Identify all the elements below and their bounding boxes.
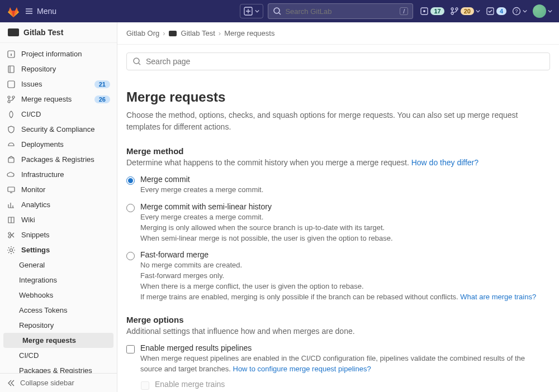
svg-point-3 bbox=[423, 10, 425, 12]
package-icon bbox=[7, 155, 16, 164]
sidebar-item-issues[interactable]: Issues21 bbox=[0, 77, 117, 92]
global-search-input[interactable] bbox=[285, 7, 400, 16]
radio-help: No merge commits are created. Fast-forwa… bbox=[140, 260, 550, 302]
sidebar-item-merge-requests[interactable]: Merge requests26 bbox=[0, 92, 117, 107]
sidebar-item-analytics[interactable]: Analytics bbox=[0, 197, 117, 212]
search-icon bbox=[273, 7, 282, 16]
nav-user[interactable] bbox=[533, 4, 552, 18]
sidebar-item-settings[interactable]: Settings bbox=[0, 242, 117, 257]
sidebar-item-wiki[interactable]: Wiki bbox=[0, 212, 117, 227]
sidebar-item-cicd[interactable]: CI/CD bbox=[0, 107, 117, 122]
mr-pipelines-link[interactable]: How to configure merge request pipelines… bbox=[233, 365, 371, 373]
gitlab-logo-icon[interactable] bbox=[7, 4, 20, 18]
sidebar-item-project-info[interactable]: Project information bbox=[0, 46, 117, 61]
nav-todos[interactable]: 4 bbox=[486, 7, 506, 16]
svg-point-4 bbox=[451, 8, 453, 10]
sidebar: Gitlab Test Project information Reposito… bbox=[0, 22, 117, 392]
sidebar-sub-merge-requests[interactable]: Merge requests bbox=[3, 333, 113, 348]
sidebar-item-repository[interactable]: Repository bbox=[0, 61, 117, 77]
svg-rect-16 bbox=[8, 158, 14, 162]
radio-help: Every merge creates a merge commit. bbox=[140, 185, 550, 195]
merge-icon bbox=[450, 7, 459, 16]
sidebar-sub-cicd[interactable]: CI/CD bbox=[0, 348, 117, 363]
sidebar-item-deployments[interactable]: Deployments bbox=[0, 137, 117, 152]
check-label: Enable merge trains bbox=[155, 380, 550, 389]
sidebar-item-snippets[interactable]: Snippets bbox=[0, 227, 117, 242]
chart-icon bbox=[7, 200, 16, 209]
hamburger-icon bbox=[25, 7, 34, 16]
info-icon bbox=[7, 50, 16, 59]
merge-trains-link[interactable]: What are merge trains? bbox=[460, 293, 536, 301]
svg-point-5 bbox=[451, 12, 453, 15]
issues-icon bbox=[420, 7, 429, 16]
sidebar-item-monitor[interactable]: Monitor bbox=[0, 182, 117, 197]
sidebar-sub-general[interactable]: General bbox=[0, 257, 117, 273]
breadcrumb-org[interactable]: Gitlab Org bbox=[126, 29, 159, 37]
svg-point-18 bbox=[8, 232, 11, 235]
monitor-icon bbox=[7, 185, 16, 194]
collapse-sidebar-button[interactable]: Collapse sidebar bbox=[0, 373, 117, 392]
breadcrumb-sep: › bbox=[219, 29, 221, 37]
rocket-icon bbox=[7, 110, 16, 119]
sidebar-item-infrastructure[interactable]: Infrastructure bbox=[0, 167, 117, 182]
check-help: Merge requests approved for merge are qu… bbox=[155, 390, 546, 392]
breadcrumb: Gitlab Org › Gitlab Test › Merge request… bbox=[117, 22, 559, 45]
nav-merge-requests[interactable]: 20 bbox=[450, 7, 480, 16]
global-search[interactable]: / bbox=[268, 3, 413, 19]
sidebar-sub-webhooks[interactable]: Webhooks bbox=[0, 288, 117, 303]
check-merge-trains: Enable merge trains Merge requests appro… bbox=[141, 380, 550, 392]
radio-help: Every merge creates a merge commit. Merg… bbox=[140, 212, 550, 244]
page-search[interactable] bbox=[126, 52, 550, 70]
shield-icon bbox=[7, 125, 16, 134]
radio-label: Merge commit with semi-linear history bbox=[140, 202, 550, 211]
radio-fast-forward: Fast-forward merge No merge commits are … bbox=[126, 250, 550, 302]
sidebar-item-packages[interactable]: Packages & Registries bbox=[0, 152, 117, 167]
breadcrumb-project[interactable]: Gitlab Test bbox=[181, 29, 215, 37]
svg-rect-11 bbox=[8, 66, 14, 73]
help-icon: ? bbox=[512, 7, 521, 16]
svg-point-20 bbox=[10, 248, 13, 251]
menu-label: Menu bbox=[37, 7, 56, 16]
nav-issues[interactable]: 17 bbox=[420, 7, 444, 16]
scissors-icon bbox=[7, 231, 16, 240]
sidebar-sub-packages[interactable]: Packages & Registries bbox=[0, 363, 117, 373]
issues-icon bbox=[7, 80, 16, 89]
new-button[interactable] bbox=[240, 4, 263, 18]
merge-method-link[interactable]: How do they differ? bbox=[411, 158, 479, 167]
breadcrumb-sep: › bbox=[163, 29, 165, 37]
svg-point-6 bbox=[456, 8, 458, 10]
radio-semi-linear: Merge commit with semi-linear history Ev… bbox=[126, 202, 550, 244]
sidebar-sub-access-tokens[interactable]: Access Tokens bbox=[0, 303, 117, 318]
todos-count-badge: 4 bbox=[496, 7, 506, 15]
svg-rect-12 bbox=[8, 81, 15, 88]
issues-count-badge: 17 bbox=[430, 7, 444, 15]
project-name: Gitlab Test bbox=[23, 28, 63, 37]
merge-method-desc: Determine what happens to the commit his… bbox=[126, 158, 550, 167]
radio-semi-linear-input[interactable] bbox=[126, 204, 135, 212]
check-label: Enable merged results pipelines bbox=[140, 343, 550, 352]
project-avatar-icon bbox=[8, 28, 19, 36]
sidebar-item-security[interactable]: Security & Compliance bbox=[0, 122, 117, 137]
svg-point-19 bbox=[8, 236, 11, 238]
chevron-down-icon bbox=[476, 9, 480, 13]
project-header[interactable]: Gitlab Test bbox=[0, 22, 117, 43]
check-help: When merge request pipelines are enabled… bbox=[140, 353, 532, 375]
page-desc: Choose the method, options, checks, and … bbox=[126, 109, 529, 133]
sidebar-sub-integrations[interactable]: Integrations bbox=[0, 273, 117, 288]
menu-button[interactable]: Menu bbox=[25, 7, 56, 16]
sidebar-sub-repository[interactable]: Repository bbox=[0, 318, 117, 333]
user-avatar-icon bbox=[533, 4, 546, 18]
svg-point-1 bbox=[274, 8, 280, 13]
chevron-down-icon bbox=[548, 9, 552, 13]
radio-fast-forward-input[interactable] bbox=[126, 252, 135, 260]
mr-count-badge: 20 bbox=[461, 7, 474, 15]
page-search-input[interactable] bbox=[146, 57, 544, 66]
merge-icon bbox=[7, 95, 16, 104]
chevron-double-left-icon bbox=[7, 379, 16, 388]
radio-merge-commit-input[interactable] bbox=[126, 176, 135, 185]
plus-square-icon bbox=[244, 7, 253, 16]
breadcrumb-current: Merge requests bbox=[224, 29, 274, 37]
nav-help[interactable]: ? bbox=[512, 7, 527, 16]
check-merged-results-input[interactable] bbox=[126, 345, 135, 353]
svg-point-15 bbox=[12, 96, 15, 98]
